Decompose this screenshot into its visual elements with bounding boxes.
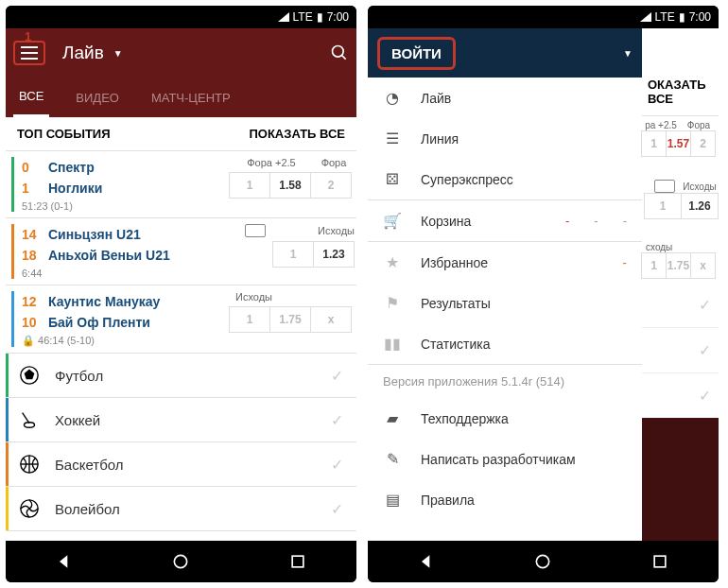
score: 1: [22, 181, 41, 196]
svg-point-0: [333, 46, 344, 58]
dice-icon: ⚄: [383, 170, 402, 188]
phone-left: LTE ▮ 7:00 1 Лайв ▼ ВСЕ ВИДЕО МАТЧ-ЦЕНТР…: [6, 6, 356, 582]
status-bar: LTE ▮ 7:00: [6, 6, 356, 28]
tab-bar: ВСЕ ВИДЕО МАТЧ-ЦЕНТР: [6, 78, 356, 117]
team-name: Каунтис Манукау: [48, 294, 160, 309]
odd-box[interactable]: 1.58: [269, 172, 311, 199]
odd-header: Фора: [313, 157, 355, 168]
svg-point-16: [537, 555, 549, 567]
drawer-label: Суперэкспресс: [421, 172, 513, 187]
sport-row-basketball[interactable]: Баскетбол ✓: [6, 442, 356, 487]
drawer-item-cart[interactable]: 🛒 Корзина - - -: [368, 200, 642, 241]
team-name: Спектр: [48, 160, 95, 175]
hockey-icon: [19, 409, 40, 430]
score: 14: [22, 227, 41, 242]
nav-back-icon[interactable]: [417, 552, 436, 571]
tv-icon: [654, 180, 675, 193]
odd-box[interactable]: 1: [229, 172, 270, 199]
phone-right: LTE ▮ 7:00 ВОЙТИ ▼ ◔Лайв ☰Линия ⚄Суперэк…: [368, 6, 719, 582]
section-header: ТОП СОБЫТИЯ ПОКАЗАТЬ ВСЕ: [6, 117, 356, 151]
page-title[interactable]: Лайв: [62, 43, 104, 63]
drawer-label: Техподдержка: [421, 411, 509, 426]
android-navbar: [6, 541, 356, 582]
sport-row-football[interactable]: Футбол ✓: [6, 354, 356, 398]
drawer-label: Результаты: [421, 296, 491, 311]
drawer-scrim[interactable]: ОКАЗАТЬ ВСЕ ра +2.5Фора 11.572 Исходы 11…: [642, 28, 719, 541]
drawer-item-line[interactable]: ☰Линия: [368, 118, 642, 159]
odd-header: Исходы: [230, 291, 355, 303]
match-row[interactable]: 12Каунтис Манукау 10Бай Оф Пленти 🔒 46:1…: [6, 285, 356, 354]
odd-box[interactable]: x: [310, 306, 352, 333]
nav-recent-icon[interactable]: [650, 552, 669, 571]
drawer-label: Статистика: [421, 337, 491, 352]
check-icon: ✓: [331, 367, 343, 385]
login-button[interactable]: ВОЙТИ: [377, 37, 456, 70]
wifi-icon: [640, 12, 651, 22]
team-name: Бай Оф Пленти: [48, 315, 150, 330]
sport-label: Волейбол: [55, 501, 120, 517]
drawer-label: Лайв: [421, 91, 451, 106]
drawer-item-fav[interactable]: ★Избранное-: [368, 242, 642, 283]
menu-button[interactable]: 1: [13, 41, 45, 65]
drawer-item-results[interactable]: ⚑Результаты: [368, 283, 642, 323]
match-row[interactable]: 0Спектр 1Ноглики 51:23 (0-1) Фора +2.5Фо…: [6, 151, 356, 218]
chevron-down-icon[interactable]: ▼: [113, 48, 123, 59]
tv-icon: [245, 224, 266, 237]
sport-row-hockey[interactable]: Хоккей ✓: [6, 398, 356, 442]
lock-icon: 🔒: [22, 335, 35, 346]
drawer-item-feedback[interactable]: ✎Написать разработчикам: [368, 439, 642, 479]
odd-box[interactable]: 1: [229, 306, 270, 333]
chart-icon: ▮▮: [383, 335, 402, 353]
sport-stripe: [6, 442, 9, 486]
odd-box[interactable]: 1: [272, 241, 314, 268]
nav-home-icon[interactable]: [533, 552, 552, 571]
drawer-label: Корзина: [421, 214, 471, 229]
volleyball-icon: [19, 498, 40, 519]
team-name: Синьцзян U21: [48, 227, 141, 242]
odd-box[interactable]: 1.23: [313, 241, 355, 268]
sport-stripe: [6, 354, 9, 397]
sport-stripe: [11, 157, 14, 212]
tab-match-center[interactable]: МАТЧ-ЦЕНТР: [146, 79, 236, 116]
flag-icon: ⚑: [383, 294, 402, 312]
sport-stripe: [11, 291, 14, 347]
nav-home-icon[interactable]: [171, 552, 190, 571]
drawer-item-rules[interactable]: ▤Правила: [368, 479, 642, 520]
android-navbar: [368, 541, 719, 582]
sport-row-volleyball[interactable]: Волейбол ✓: [6, 487, 356, 531]
lte-label: LTE: [655, 10, 675, 24]
match-row[interactable]: 14Синьцзян U21 18Аньхой Веньи U21 6:44 И…: [6, 218, 356, 285]
score: 10: [22, 315, 41, 330]
tab-all[interactable]: ВСЕ: [13, 78, 49, 117]
tab-video[interactable]: ВИДЕО: [70, 79, 125, 116]
show-all-button[interactable]: ПОКАЗАТЬ ВСЕ: [249, 127, 345, 141]
drawer-item-support[interactable]: ▰Техподдержка: [368, 398, 642, 439]
svg-marker-3: [25, 371, 33, 379]
pencil-icon: ✎: [383, 450, 402, 468]
sport-label: Футбол: [55, 368, 103, 384]
odd-box[interactable]: 2: [310, 172, 352, 199]
nav-recent-icon[interactable]: [288, 552, 307, 571]
score: 12: [22, 294, 41, 309]
score: 0: [22, 160, 41, 175]
section-title: ТОП СОБЫТИЯ: [17, 127, 111, 141]
nav-back-icon[interactable]: [55, 552, 74, 571]
clock: 7:00: [327, 10, 349, 24]
drawer-header: ВОЙТИ ▼: [368, 28, 642, 78]
content-area: ТОП СОБЫТИЯ ПОКАЗАТЬ ВСЕ 0Спектр 1Ноглик…: [6, 117, 356, 541]
svg-point-11: [175, 555, 187, 567]
sport-label: Баскетбол: [55, 457, 124, 473]
chevron-down-icon[interactable]: ▼: [623, 48, 633, 59]
check-icon: ✓: [331, 411, 343, 429]
svg-marker-15: [422, 555, 429, 567]
odd-box[interactable]: 1.75: [269, 306, 311, 333]
search-icon[interactable]: [330, 43, 349, 62]
battery-icon: ▮: [317, 10, 323, 24]
drawer-item-express[interactable]: ⚄Суперэкспресс: [368, 159, 642, 199]
drawer-item-stats[interactable]: ▮▮Статистика: [368, 323, 642, 364]
sport-stripe: [6, 398, 9, 441]
svg-line-1: [342, 56, 346, 60]
basketball-icon: [19, 454, 40, 475]
drawer-label: Написать разработчикам: [421, 452, 576, 467]
drawer-item-live[interactable]: ◔Лайв: [368, 78, 642, 118]
